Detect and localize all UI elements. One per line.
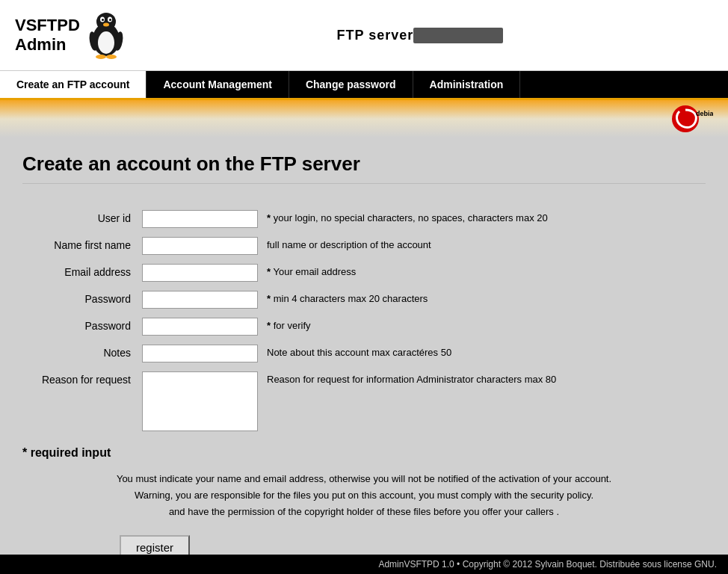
svg-point-1 [98,31,114,54]
footer-text: AdminVSFTPD 1.0 • Copyright © 2012 Sylva… [378,559,717,570]
password-hint: * min 4 characters max 20 characters [267,291,428,304]
user-id-label: User id [22,210,142,224]
svg-text:debian: debian [696,110,713,117]
svg-point-6 [109,19,111,21]
reason-input[interactable] [142,371,258,431]
name-row: Name first name full name or description… [22,237,706,255]
tux-icon [86,11,127,60]
password-verify-row: Password * for verify [22,318,706,336]
debian-logo: debian [664,104,713,134]
notes-input[interactable] [142,345,258,362]
logo-line1: VSFTPD [15,16,80,35]
reason-row: Reason for request Reason for request fo… [22,371,706,431]
svg-point-2 [96,13,116,31]
tab-create-ftp-account[interactable]: Create an FTP account [0,71,146,98]
password-verify-label: Password [22,318,142,332]
main-content: Create an account on the FTP server User… [0,138,728,574]
info-line2: Warning, you are responsible for the fil… [22,487,706,504]
email-row: Email address * Your email address [22,264,706,282]
page-header: VSFTPD Admin FTP server [0,0,728,71]
tab-change-password[interactable]: Change password [289,71,413,98]
info-text: You must indicate your name and email ad… [22,471,706,520]
name-input[interactable] [142,237,258,255]
orange-strip: debian [0,100,728,138]
nav-tabs: Create an FTP account Account Management… [0,71,728,100]
user-id-hint: * your login, no special characters, no … [267,210,548,223]
reason-label: Reason for request [22,371,142,386]
reason-textarea-wrapper [142,371,258,431]
svg-point-7 [103,22,109,26]
server-title: FTP server [127,28,713,43]
create-account-form: User id * your login, no special charact… [22,203,706,567]
name-label: Name first name [22,237,142,251]
svg-point-8 [96,55,106,59]
email-input[interactable] [142,264,258,282]
user-id-input[interactable] [142,210,258,228]
password-input[interactable] [142,291,258,309]
notes-row: Notes Note about this account max caract… [22,345,706,362]
password-verify-input[interactable] [142,318,258,336]
password-row: Password * min 4 characters max 20 chara… [22,291,706,309]
name-hint: full name or description of the account [267,237,431,250]
password-label: Password [22,291,142,305]
password-verify-hint: * for verify [267,318,311,331]
notes-hint: Note about this account max caractéres 5… [267,345,451,358]
notes-label: Notes [22,345,142,359]
tab-administration[interactable]: Administration [413,71,521,98]
svg-point-9 [106,55,117,59]
reason-hint: Reason for request for information Admin… [267,371,556,385]
page-footer: AdminVSFTPD 1.0 • Copyright © 2012 Sylva… [0,555,728,574]
tab-account-management[interactable]: Account Management [146,71,289,98]
page-title: Create an account on the FTP server [22,152,706,184]
info-line3: and have the permission of the copyright… [22,504,706,520]
user-id-row: User id * your login, no special charact… [22,210,706,228]
email-label: Email address [22,264,142,278]
logo-line2: Admin [15,35,80,55]
logo-area: VSFTPD Admin [15,11,127,60]
info-line1: You must indicate your name and email ad… [22,471,706,487]
email-hint: * Your email address [267,264,356,277]
required-note: * required input [22,446,706,460]
svg-point-5 [102,19,104,21]
